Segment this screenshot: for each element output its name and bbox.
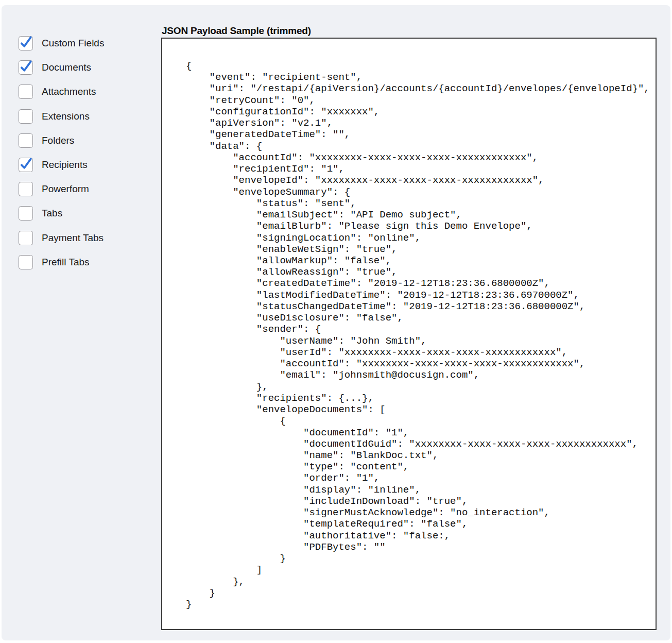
checkbox-row-powerform[interactable]: Powerform	[19, 182, 104, 196]
checkbox-row-custom-fields[interactable]: Custom Fields	[19, 36, 104, 50]
checkbox[interactable]	[19, 206, 33, 221]
code-sample-title: JSON Payload Sample (trimmed)	[162, 25, 311, 37]
checkbox[interactable]	[19, 255, 33, 269]
content-panel: Custom Fields Documents	[2, 5, 670, 640]
checkmark-icon	[19, 37, 32, 49]
checkbox-label: Prefill Tabs	[42, 257, 90, 268]
checkbox-row-prefill-tabs[interactable]: Prefill Tabs	[19, 255, 104, 269]
checkbox-row-documents[interactable]: Documents	[19, 60, 104, 75]
checkbox[interactable]	[19, 36, 33, 50]
checkbox[interactable]	[19, 60, 33, 75]
checkbox-label: Custom Fields	[42, 38, 104, 49]
page: Custom Fields Documents	[0, 0, 672, 643]
json-payload-code: { "event": "recipient-sent", "uri": "/re…	[162, 39, 656, 610]
checkbox-label: Folders	[42, 135, 74, 146]
checkbox-label: Powerform	[42, 183, 89, 195]
code-sample-box: { "event": "recipient-sent", "uri": "/re…	[161, 38, 657, 630]
checkbox-row-recipients[interactable]: Recipients	[19, 158, 104, 172]
checkbox[interactable]	[19, 158, 33, 172]
checkbox[interactable]	[19, 109, 33, 124]
checkbox-row-folders[interactable]: Folders	[19, 133, 104, 148]
checkbox[interactable]	[19, 231, 33, 245]
checkmark-icon	[19, 158, 32, 171]
checkbox-row-tabs[interactable]: Tabs	[19, 206, 104, 221]
checkbox-label: Payment Tabs	[42, 232, 104, 244]
event-checkbox-list: Custom Fields Documents	[19, 36, 104, 269]
checkbox-label: Extensions	[42, 111, 90, 122]
checkbox[interactable]	[19, 84, 33, 99]
checkbox-label: Attachments	[42, 86, 96, 97]
checkbox[interactable]	[19, 182, 33, 196]
checkmark-icon	[19, 61, 32, 74]
checkbox-label: Recipients	[42, 159, 88, 171]
checkbox-row-payment-tabs[interactable]: Payment Tabs	[19, 231, 104, 245]
checkbox-row-extensions[interactable]: Extensions	[19, 109, 104, 124]
checkbox-label: Tabs	[42, 208, 62, 219]
checkbox-label: Documents	[42, 62, 91, 73]
checkbox-row-attachments[interactable]: Attachments	[19, 84, 104, 99]
checkbox[interactable]	[19, 133, 33, 148]
